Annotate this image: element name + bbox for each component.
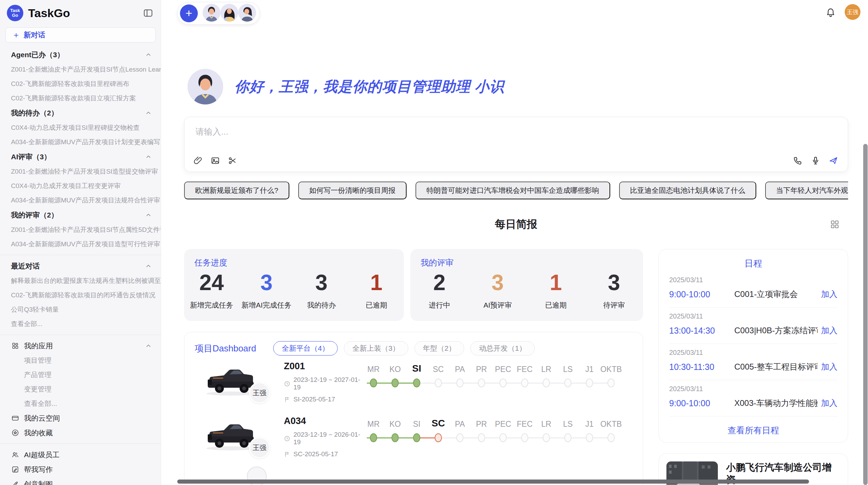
grid-layout-icon[interactable] xyxy=(830,219,840,229)
dashboard-tab[interactable]: 动总开发（1） xyxy=(470,341,535,356)
sidebar-subitem[interactable]: 产品管理 xyxy=(0,368,161,382)
sidebar-item-star-circle[interactable]: 我的收藏 xyxy=(0,425,161,440)
suggestion-chip[interactable]: 特朗普可能对进口汽车增税会对中国车企造成哪些影响 xyxy=(415,182,610,199)
dashboard-tab[interactable]: 全新平台（4） xyxy=(273,341,338,356)
briefing-columns: 任务进度24新增完成任务3新增AI完成任务3我的待办1已逾期我的评审2进行中3A… xyxy=(184,249,848,485)
sidebar-section-header[interactable]: 最近对话 xyxy=(0,259,161,274)
sidebar-item[interactable]: Z001-全新燃油轻卡产品开发项目SI造型提交物评审 xyxy=(0,164,161,179)
topbar: + 王强 xyxy=(161,0,868,26)
project-code: Z001 xyxy=(284,361,361,372)
dashboard-tabs: 全新平台（4）全新上装（3）年型（2）动总开发（1） xyxy=(273,341,535,356)
sidebar-section-header[interactable]: 我的待办（2） xyxy=(0,105,161,121)
sidebar-item[interactable]: A034-全新新能源MUV产品开发项目计划变更表编写 xyxy=(0,135,161,149)
briefing-side-column: 日程 2025/03/119:00-10:00C001-立项审批会加入2025/… xyxy=(659,249,848,485)
briefing-header: 每日简报 xyxy=(184,216,848,233)
avatar-woman-short-hair[interactable] xyxy=(238,4,256,22)
sidebar-section-header[interactable]: 我的评审（2） xyxy=(0,208,161,223)
dashboard-tab[interactable]: 全新上装（3） xyxy=(344,341,408,356)
topbar-right: 王强 xyxy=(825,4,860,20)
chevron-up-icon[interactable] xyxy=(145,110,152,116)
sidebar-section-header[interactable]: Agent已办（3） xyxy=(0,47,161,62)
section-label: AI评审（3） xyxy=(11,152,51,162)
microphone-icon[interactable] xyxy=(811,156,820,165)
horizontal-scrollbar[interactable] xyxy=(177,480,809,484)
chevron-up-icon[interactable] xyxy=(145,263,152,270)
sidebar-item-cloud-space[interactable]: 我的云空间 xyxy=(0,411,161,425)
app-logo: Task Go xyxy=(7,5,23,21)
add-agent-button[interactable]: + xyxy=(180,4,198,22)
scissors-icon[interactable] xyxy=(228,156,237,165)
milestone-label: PEC xyxy=(495,360,511,374)
sidebar-item[interactable]: Z001-全新燃油皮卡产品开发项目SI节点Lesson Learn报告 xyxy=(0,62,161,77)
stat-label: AI预评审 xyxy=(469,300,527,310)
chevron-up-icon[interactable] xyxy=(145,51,152,58)
sidebar-section-header[interactable]: AI评审（3） xyxy=(0,149,161,164)
suggestion-chip[interactable]: 当下年轻人对汽车外观有怎样的喜好趋势 xyxy=(765,182,848,199)
user-avatar[interactable]: 王强 xyxy=(845,4,860,20)
sidebar-item[interactable]: A034-全新新能源MUV产品开发项目造型可行性评审 xyxy=(0,237,161,251)
avatar-young-man[interactable] xyxy=(203,4,220,22)
sidebar-item[interactable]: 解释最新出台的欧盟报废车法规再生塑料比例被调至15%... xyxy=(0,274,161,288)
sidebar-item[interactable]: 查看全部... xyxy=(0,317,161,331)
milestone-label: J1 xyxy=(585,415,593,429)
send-icon[interactable] xyxy=(829,156,838,165)
milestone-oktb[interactable]: OKTB xyxy=(600,415,622,442)
milestone-dot xyxy=(543,433,550,442)
new-chat-button[interactable]: ＋ 新对话 xyxy=(5,27,156,42)
sidebar-tool-item[interactable]: 帮我写作 xyxy=(0,462,161,477)
schedule-item: 2025/03/119:00-10:00C001-立项审批会加入 xyxy=(669,271,837,308)
sidebar-item[interactable]: C02-飞腾新能源轻客改款项目的闭环通告反馈情况 xyxy=(0,288,161,302)
milestone-dot xyxy=(413,378,420,387)
milestone-label: FEC xyxy=(517,415,533,429)
vertical-scrollbar[interactable] xyxy=(863,144,868,485)
milestone-track: MRKOSISCPAPRPECFECLRLSJ1OKTB xyxy=(363,360,622,387)
milestone-dot xyxy=(413,433,420,442)
sidebar-item[interactable]: C02-飞腾新能源轻客改款项目立项汇报方案 xyxy=(0,91,161,105)
project-info: A0342023-12-19 ~ 2026-01-19SC-2025-05-17 xyxy=(284,415,361,458)
sidebar-item[interactable]: 公司Q3轻卡销量 xyxy=(0,302,161,317)
schedule-time: 9:00-10:00 xyxy=(669,398,734,408)
image-icon[interactable] xyxy=(210,156,220,165)
paperclip-icon[interactable] xyxy=(193,156,203,165)
bell-icon[interactable] xyxy=(825,7,836,17)
sidebar-tool-item[interactable]: 创意制图 xyxy=(0,477,161,485)
sidebar-item[interactable]: A034-全新新能源MUV产品开发项目法规符合性评审 xyxy=(0,193,161,208)
assistant-avatar xyxy=(188,69,223,104)
suggestion-chip[interactable]: 比亚迪全固态电池计划具体说了什么 xyxy=(619,182,756,199)
phone-icon[interactable] xyxy=(793,156,803,165)
join-button[interactable]: 加入 xyxy=(821,325,837,336)
composer xyxy=(184,117,848,172)
chat-input[interactable] xyxy=(195,125,743,153)
milestone-oktb[interactable]: OKTB xyxy=(600,360,622,387)
sidebar-item[interactable]: C0X4-动力总成开发项目工程变更评审 xyxy=(0,179,161,193)
chevron-up-icon[interactable] xyxy=(145,153,152,160)
sidebar-item-my-apps[interactable]: 我的应用 xyxy=(0,338,161,353)
sidebar-subitem[interactable]: 变更管理 xyxy=(0,382,161,396)
dashboard-tab[interactable]: 年型（2） xyxy=(414,341,465,356)
avatar-woman-long-hair[interactable] xyxy=(220,4,238,22)
schedule-row: 13:00-14:30C003|H0B-方案冻结评审加入 xyxy=(669,325,837,336)
sidebar-item[interactable]: C0X4-动力总成开发项目SI里程碑提交物检查 xyxy=(0,121,161,135)
stat-card-title: 我的评审 xyxy=(410,257,643,268)
stat-label: 已逾期 xyxy=(349,300,404,310)
view-all-schedule-link[interactable]: 查看所有日程 xyxy=(669,416,837,443)
milestone-dot xyxy=(499,378,507,387)
join-button[interactable]: 加入 xyxy=(821,289,837,300)
sidebar-subitem[interactable]: 查看全部... xyxy=(0,396,161,411)
flag-icon xyxy=(284,396,290,403)
sidebar-subitem[interactable]: 项目管理 xyxy=(0,353,161,368)
chevron-up-icon[interactable] xyxy=(145,343,152,349)
join-button[interactable]: 加入 xyxy=(821,398,837,409)
sidebar-item[interactable]: C02-飞腾新能源轻客改款项目里程碑画布 xyxy=(0,77,161,91)
project-row: 王强Z0012023-12-19 ~ 2027-01-19SI-2025-05-… xyxy=(195,356,632,410)
panel-collapse-icon[interactable] xyxy=(143,8,153,18)
join-button[interactable]: 加入 xyxy=(821,361,837,372)
milestone-label: SC xyxy=(432,415,445,429)
agent-pill: + xyxy=(177,2,260,25)
suggestion-chip[interactable]: 如何写一份清晰的项目周报 xyxy=(298,182,407,199)
milestone-dot xyxy=(586,378,593,387)
sidebar-tool-item[interactable]: AI超级员工 xyxy=(0,447,161,462)
sidebar-item[interactable]: Z001-全新燃油轻卡产品开发项目SI节点属性5D文件评审 xyxy=(0,223,161,237)
suggestion-chip[interactable]: 欧洲新规最近颁布了什么? xyxy=(184,182,289,199)
chevron-up-icon[interactable] xyxy=(145,212,152,219)
